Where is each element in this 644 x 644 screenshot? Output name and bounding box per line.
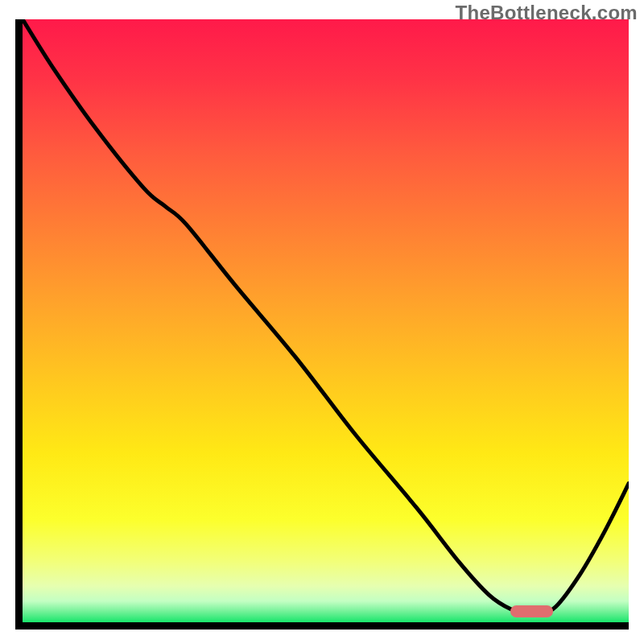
chart-container: TheBottleneck.com [0, 0, 644, 644]
watermark-text: TheBottleneck.com [456, 2, 638, 24]
chart-axes-frame [15, 19, 629, 630]
